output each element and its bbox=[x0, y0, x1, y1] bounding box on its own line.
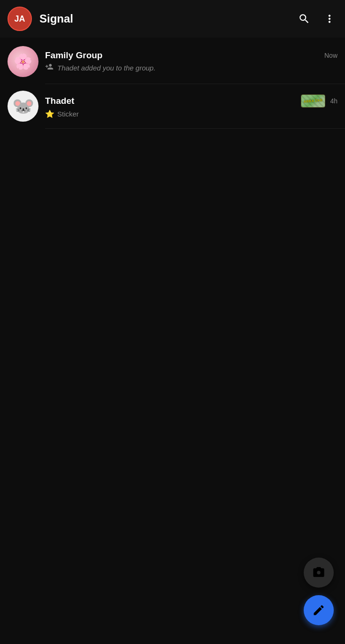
conversation-preview-family-group: Thadet added you to the group. bbox=[45, 62, 337, 73]
conversation-header-thadet: Thadet ABBA ZAB 4h bbox=[45, 94, 337, 108]
app-title: Signal bbox=[39, 12, 296, 25]
search-icon bbox=[298, 13, 310, 25]
sticker-preview-right: ABBA ZAB 4h bbox=[301, 94, 337, 108]
sticker-thumbnail: ABBA ZAB bbox=[301, 94, 325, 108]
toolbar-actions bbox=[296, 11, 337, 27]
conversation-preview-text-family-group: Thadet added you to the group. bbox=[57, 64, 155, 72]
sticker-label: Sticker bbox=[57, 110, 79, 118]
conversation-preview-thadet: ⭐ Sticker bbox=[45, 109, 337, 118]
conversation-header-family-group: Family Group Now bbox=[45, 50, 337, 61]
more-options-button[interactable] bbox=[322, 11, 337, 27]
compose-icon bbox=[312, 604, 325, 617]
conversation-name-thadet: Thadet bbox=[45, 96, 74, 106]
sticker-thumbnail-text: ABBA ZAB bbox=[304, 98, 323, 103]
divider-2 bbox=[45, 128, 345, 129]
conversation-list: Family Group Now Thadet added you to the… bbox=[0, 38, 345, 129]
conversation-item-thadet[interactable]: Thadet ABBA ZAB 4h ⭐ Sticker bbox=[0, 84, 345, 128]
avatar-family-group bbox=[8, 46, 38, 77]
conversation-content-family-group: Family Group Now Thadet added you to the… bbox=[45, 50, 337, 73]
user-initials: JA bbox=[14, 14, 25, 24]
fab-container bbox=[304, 558, 334, 625]
camera-fab-button[interactable] bbox=[304, 558, 334, 588]
user-avatar[interactable]: JA bbox=[8, 7, 32, 31]
search-button[interactable] bbox=[296, 11, 312, 27]
camera-icon bbox=[312, 566, 325, 579]
avatar-thadet bbox=[8, 91, 38, 122]
toolbar: JA Signal bbox=[0, 0, 345, 38]
star-emoji: ⭐ bbox=[45, 109, 54, 118]
conversation-item-family-group[interactable]: Family Group Now Thadet added you to the… bbox=[0, 39, 345, 84]
conversation-name-family-group: Family Group bbox=[45, 50, 102, 61]
more-vert-icon bbox=[323, 13, 336, 25]
compose-fab-button[interactable] bbox=[304, 595, 334, 625]
conversation-time-thadet: 4h bbox=[330, 97, 337, 105]
conversation-time-family-group: Now bbox=[324, 52, 337, 59]
add-person-icon bbox=[45, 62, 54, 73]
conversation-content-thadet: Thadet ABBA ZAB 4h ⭐ Sticker bbox=[45, 94, 337, 118]
